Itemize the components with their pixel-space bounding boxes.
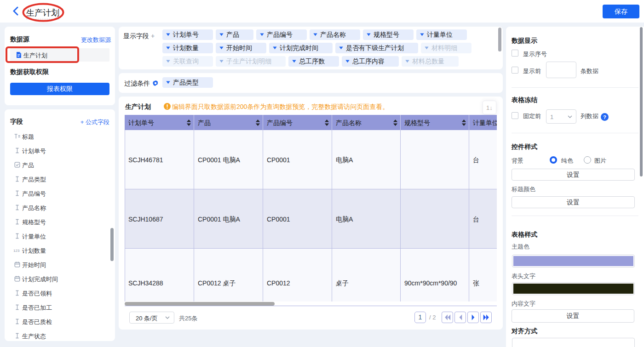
svg-text:?: ? bbox=[603, 114, 606, 120]
